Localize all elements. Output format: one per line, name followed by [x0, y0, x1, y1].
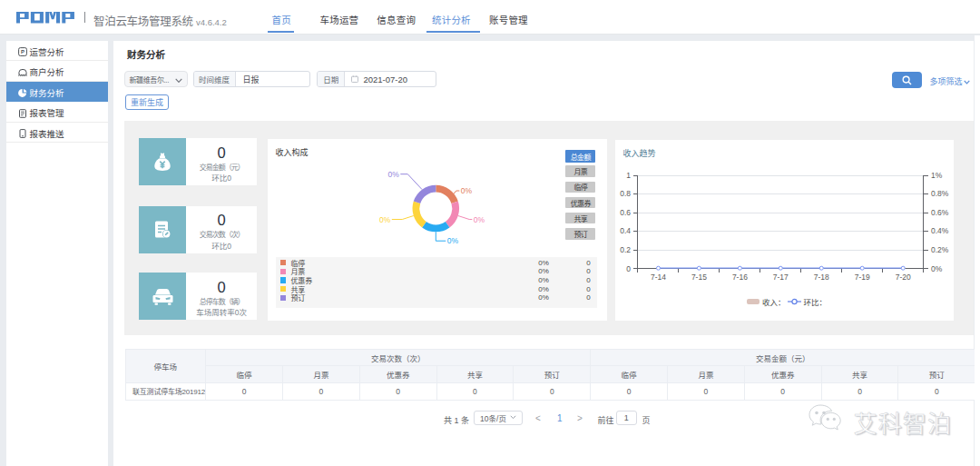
svg-text:7-15: 7-15: [691, 273, 707, 282]
svg-text:7-20: 7-20: [896, 273, 911, 282]
svg-text:0%: 0%: [387, 169, 399, 178]
svg-text:7-19: 7-19: [855, 273, 870, 282]
svg-text:0.8%: 0.8%: [931, 189, 949, 198]
svg-text:0.8: 0.8: [620, 189, 631, 198]
svg-text:0%: 0%: [460, 186, 472, 195]
svg-text:0.6: 0.6: [620, 208, 631, 217]
svg-text:1: 1: [626, 171, 631, 180]
svg-text:0.4: 0.4: [620, 226, 631, 235]
svg-text:0.2%: 0.2%: [931, 245, 949, 254]
svg-text:0.6%: 0.6%: [931, 208, 949, 217]
svg-text:7-14: 7-14: [651, 273, 666, 282]
svg-text:0: 0: [626, 263, 631, 273]
svg-text:P: P: [20, 49, 24, 55]
svg-text:0%: 0%: [473, 214, 485, 223]
svg-text:0%: 0%: [379, 214, 391, 223]
svg-text:1%: 1%: [931, 171, 943, 180]
svg-text:7-18: 7-18: [814, 273, 829, 282]
svg-text:0.4%: 0.4%: [931, 226, 949, 235]
svg-text:7-17: 7-17: [773, 273, 789, 282]
svg-text:0%: 0%: [931, 263, 943, 273]
svg-text:0%: 0%: [446, 236, 458, 245]
svg-text:7-16: 7-16: [732, 273, 748, 282]
svg-text:0.2: 0.2: [620, 245, 631, 254]
